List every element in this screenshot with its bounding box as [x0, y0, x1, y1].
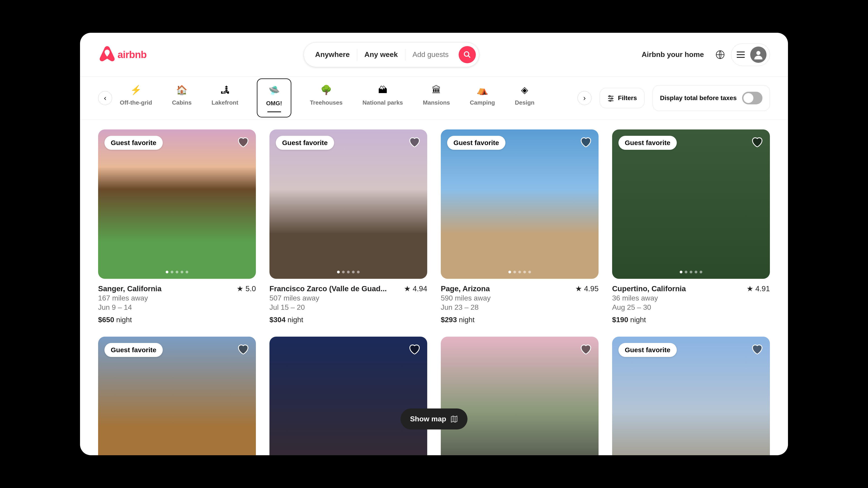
category-mansions[interactable]: 🏛 Mansions — [422, 78, 452, 118]
search-guests[interactable]: Add guests — [405, 51, 456, 59]
svg-text:⛺: ⛺ — [477, 85, 488, 96]
category-label: OMG! — [266, 100, 282, 107]
search-bar[interactable]: Anywhere Any week Add guests — [304, 42, 479, 67]
listing-distance: 507 miles away — [270, 294, 427, 302]
category-label: Mansions — [423, 99, 450, 106]
listing-image[interactable]: Guest favorite — [98, 337, 256, 455]
listing-card[interactable]: Guest favorite — [98, 337, 256, 455]
user-menu[interactable] — [731, 43, 770, 66]
category-next-button[interactable]: › — [578, 91, 592, 105]
svg-text:🏔: 🏔 — [378, 85, 387, 95]
svg-point-0 — [464, 52, 469, 56]
svg-text:◈: ◈ — [521, 85, 528, 95]
header-right: Airbnb your home — [636, 43, 770, 66]
listing-title: Francisco Zarco (Valle de Guad... — [270, 285, 390, 293]
search-when[interactable]: Any week — [357, 51, 405, 59]
category-design[interactable]: ◈ Design — [514, 78, 536, 118]
host-link[interactable]: Airbnb your home — [636, 46, 709, 63]
svg-text:🛸: 🛸 — [268, 85, 280, 96]
show-map-button[interactable]: Show map — [401, 409, 467, 429]
heart-icon — [408, 343, 421, 356]
listing-distance: 590 miles away — [441, 294, 598, 302]
category-treehouses[interactable]: 🌳 Treehouses — [309, 78, 344, 118]
listing-dates: Aug 25 – 30 — [612, 303, 770, 312]
map-icon — [450, 415, 458, 423]
guest-favorite-badge: Guest favorite — [618, 343, 677, 357]
category-icon: 🏠 — [176, 84, 188, 96]
listing-image[interactable]: Guest favorite — [441, 129, 598, 279]
svg-text:⚡: ⚡ — [130, 85, 142, 96]
toggle-switch[interactable] — [742, 92, 763, 104]
category-off-the-grid[interactable]: ⚡ Off-the-grid — [119, 78, 153, 118]
listing-card[interactable]: Guest favorite — [612, 337, 770, 455]
wishlist-button[interactable] — [751, 136, 764, 149]
category-label: Design — [515, 99, 535, 106]
category-icon: 🏔 — [377, 84, 389, 96]
listing-price: $293 night — [441, 316, 598, 324]
guest-favorite-badge: Guest favorite — [618, 136, 677, 150]
heart-icon — [580, 136, 592, 149]
category-prev-button[interactable]: ‹ — [98, 91, 112, 105]
svg-point-14 — [609, 96, 610, 97]
listing-image[interactable] — [441, 337, 598, 455]
category-cabins[interactable]: 🏠 Cabins — [170, 78, 193, 118]
category-label: National parks — [362, 99, 403, 106]
category-camping[interactable]: ⛺ Camping — [469, 78, 496, 118]
listing-image[interactable] — [270, 337, 427, 455]
category-label: Lakefront — [212, 99, 238, 106]
wishlist-button[interactable] — [580, 343, 592, 356]
wishlist-button[interactable] — [408, 136, 421, 149]
listing-rating: ★ 4.91 — [747, 284, 770, 293]
wishlist-button[interactable] — [751, 343, 764, 356]
category-icon: 🌳 — [320, 84, 332, 96]
heart-icon — [751, 136, 764, 149]
wishlist-button[interactable] — [237, 136, 250, 149]
globe-icon — [716, 50, 725, 59]
category-bar: ‹ ⚡ Off-the-grid 🏠 Cabins 🏞 Lakefront 🛸 … — [80, 76, 788, 120]
listing-card[interactable] — [441, 337, 598, 455]
listing-price: $650 night — [98, 316, 256, 324]
category-label: Treehouses — [310, 99, 343, 106]
airbnb-logo-icon — [98, 46, 116, 64]
category-icon: ⚡ — [130, 84, 142, 96]
search-button[interactable] — [459, 46, 476, 63]
listing-card[interactable]: Guest favorite Francisco Zarco (Valle de… — [270, 129, 427, 324]
category-omg-[interactable]: 🛸 OMG! — [257, 78, 291, 118]
listing-card[interactable]: Guest favorite Page, Arizona ★ 4.95 590 … — [441, 129, 598, 324]
category-national-parks[interactable]: 🏔 National parks — [361, 78, 404, 118]
wishlist-button[interactable] — [408, 343, 421, 356]
category-icon: 🛸 — [268, 85, 280, 97]
guest-favorite-badge: Guest favorite — [447, 136, 505, 150]
listing-card[interactable]: Guest favorite Cupertino, California ★ 4… — [612, 129, 770, 324]
listing-rating: ★ 4.94 — [404, 284, 427, 293]
listing-image[interactable]: Guest favorite — [612, 129, 770, 279]
hamburger-icon — [737, 52, 745, 58]
heart-icon — [237, 343, 250, 356]
filters-icon — [607, 94, 614, 102]
tax-toggle[interactable]: Display total before taxes — [653, 85, 770, 111]
wishlist-button[interactable] — [580, 136, 592, 149]
listing-price: $190 night — [612, 316, 770, 324]
listing-image[interactable]: Guest favorite — [270, 129, 427, 279]
search-where[interactable]: Anywhere — [308, 51, 357, 59]
listing-image[interactable]: Guest favorite — [612, 337, 770, 455]
app-window: airbnb Anywhere Any week Add guests Airb… — [80, 33, 788, 455]
heart-icon — [237, 136, 250, 149]
category-lakefront[interactable]: 🏞 Lakefront — [210, 78, 240, 118]
listing-card[interactable]: Guest favorite Sanger, California ★ 5.0 … — [98, 129, 256, 324]
language-button[interactable] — [715, 49, 725, 60]
logo[interactable]: airbnb — [98, 46, 147, 64]
category-label: Off-the-grid — [120, 99, 152, 106]
heart-icon — [751, 343, 764, 356]
listing-title: Cupertino, California — [612, 285, 688, 293]
wishlist-button[interactable] — [237, 343, 250, 356]
listing-card[interactable] — [270, 337, 427, 455]
listing-dates: Jul 15 – 20 — [270, 303, 427, 312]
listing-image[interactable]: Guest favorite — [98, 129, 256, 279]
search-icon — [464, 51, 471, 58]
filters-button[interactable]: Filters — [600, 88, 645, 108]
listing-distance: 36 miles away — [612, 294, 770, 302]
svg-text:🏛: 🏛 — [432, 85, 441, 95]
listing-rating: ★ 4.95 — [575, 284, 598, 293]
svg-point-18 — [610, 100, 611, 101]
